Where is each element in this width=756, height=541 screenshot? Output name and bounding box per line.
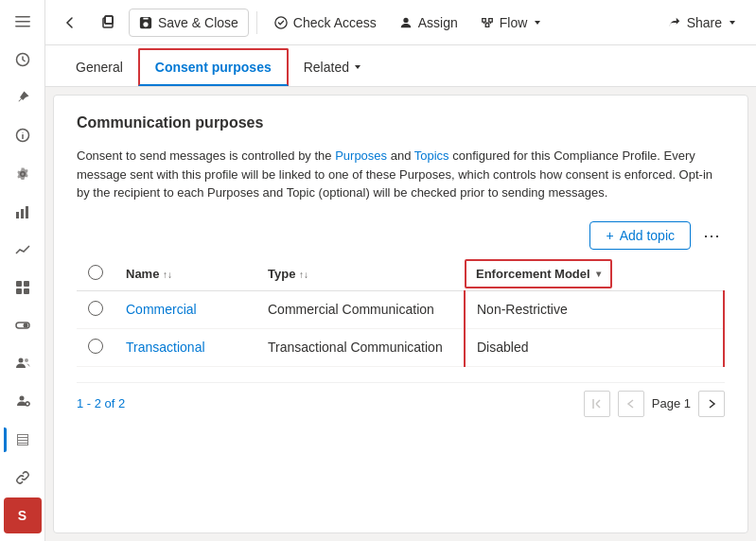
- svg-rect-0: [15, 16, 30, 18]
- transactional-link[interactable]: Transactional: [126, 340, 205, 355]
- more-options-button[interactable]: ⋯: [698, 222, 725, 249]
- topics-link[interactable]: Topics: [414, 148, 449, 163]
- toggle-icon[interactable]: [4, 307, 42, 343]
- chart-icon[interactable]: [4, 194, 42, 230]
- svg-point-15: [25, 358, 28, 362]
- table-data-icon[interactable]: [4, 422, 42, 458]
- info-icon[interactable]: [4, 117, 42, 153]
- check-access-label: Check Access: [293, 15, 377, 30]
- tab-consent-purposes[interactable]: Consent purposes: [138, 48, 289, 86]
- assign-label: Assign: [418, 15, 458, 30]
- sidebar: S: [0, 0, 45, 541]
- page-prev-button[interactable]: [618, 391, 644, 417]
- save-icon: [139, 16, 152, 29]
- user-avatar[interactable]: S: [4, 497, 42, 533]
- back-icon: [62, 15, 78, 30]
- svg-point-13: [23, 323, 27, 328]
- table-row: Transactional Transactional Communicatio…: [77, 328, 724, 366]
- select-all-radio[interactable]: [88, 265, 103, 280]
- user-settings-icon[interactable]: [4, 383, 42, 419]
- tab-bar: General Consent purposes Related: [45, 45, 756, 87]
- page-number: 1: [684, 396, 691, 410]
- link-icon[interactable]: [4, 460, 42, 496]
- assign-button[interactable]: Assign: [390, 9, 467, 36]
- share-label: Share: [687, 15, 722, 30]
- next-icon: [705, 397, 718, 410]
- svg-rect-10: [16, 288, 22, 294]
- check-access-icon: [274, 16, 288, 29]
- section-description: Consent to send messages is controlled b…: [77, 147, 725, 202]
- users-icon[interactable]: [4, 345, 42, 381]
- restore-icon: [100, 15, 115, 30]
- assign-icon: [399, 16, 413, 29]
- type-sort-icon: ↑↓: [299, 270, 308, 280]
- analytics-icon[interactable]: [4, 232, 42, 268]
- flow-button[interactable]: Flow: [471, 9, 553, 36]
- svg-point-22: [403, 17, 408, 22]
- enforcement-label: Enforcement Model: [476, 267, 590, 281]
- check-access-button[interactable]: Check Access: [265, 9, 386, 36]
- save-close-button[interactable]: Save & Close: [129, 9, 249, 37]
- name-sort-icon: ↑↓: [163, 270, 172, 280]
- clock-icon[interactable]: [4, 42, 42, 78]
- svg-rect-19: [105, 16, 113, 24]
- section-title: Communication purposes: [77, 114, 725, 131]
- add-topic-row: + Add topic ⋯: [77, 221, 725, 250]
- commercial-link[interactable]: Commercial: [126, 302, 197, 317]
- flow-icon: [481, 16, 494, 29]
- pin-icon[interactable]: [4, 79, 42, 115]
- col-header-enforcement[interactable]: Enforcement Model ▾: [465, 257, 724, 291]
- row-name-2[interactable]: Transactional: [114, 328, 256, 366]
- svg-rect-6: [21, 209, 24, 218]
- row-radio-2[interactable]: [88, 339, 103, 354]
- page-first-button[interactable]: [584, 391, 610, 417]
- ellipsis-icon: ⋯: [703, 225, 720, 246]
- add-topic-label: Add topic: [620, 228, 675, 243]
- share-button[interactable]: Share: [657, 9, 748, 36]
- settings-icon[interactable]: [4, 156, 42, 192]
- plus-icon: +: [606, 228, 613, 243]
- row-name-1[interactable]: Commercial: [114, 290, 256, 328]
- svg-rect-11: [24, 288, 29, 294]
- menu-icon[interactable]: [4, 4, 42, 40]
- col-header-type[interactable]: Type ↑↓: [256, 257, 465, 291]
- toolbar: Save & Close Check Access Assign Flow: [45, 0, 756, 45]
- related-dropdown-icon: [353, 62, 362, 72]
- row-enforcement-1: Non-Restrictive: [465, 290, 724, 328]
- tab-related[interactable]: Related: [289, 50, 378, 86]
- save-close-label: Save & Close: [158, 15, 238, 30]
- svg-rect-1: [15, 21, 30, 23]
- share-icon: [668, 16, 681, 29]
- table-row: Commercial Commercial Communication Non-…: [77, 290, 724, 328]
- svg-rect-5: [16, 212, 19, 218]
- row-select-2[interactable]: [77, 328, 114, 366]
- svg-rect-8: [16, 281, 22, 287]
- row-radio-1[interactable]: [88, 301, 103, 316]
- svg-rect-9: [24, 281, 29, 287]
- svg-rect-2: [15, 26, 30, 27]
- page-next-button[interactable]: [698, 391, 725, 417]
- prev-icon: [624, 397, 638, 410]
- tab-general[interactable]: General: [61, 50, 138, 86]
- page-controls: Page 1: [584, 391, 725, 417]
- enforcement-sort-icon: ▾: [596, 269, 601, 279]
- purposes-link[interactable]: Purposes: [335, 148, 387, 163]
- row-type-1: Commercial Communication: [256, 290, 465, 328]
- add-topic-button[interactable]: + Add topic: [589, 221, 691, 250]
- main-content: Save & Close Check Access Assign Flow: [45, 0, 756, 541]
- content-area: Communication purposes Consent to send m…: [53, 95, 748, 533]
- svg-point-16: [19, 396, 24, 401]
- restore-button[interactable]: [91, 9, 125, 36]
- pagination-info: 1 - 2 of 2: [77, 396, 125, 410]
- svg-rect-7: [26, 206, 28, 218]
- pagination: 1 - 2 of 2 Page 1: [77, 382, 725, 417]
- row-enforcement-2: Disabled: [465, 328, 724, 366]
- flow-dropdown-icon: [533, 18, 542, 27]
- first-icon: [590, 397, 604, 410]
- svg-point-17: [26, 402, 29, 406]
- col-header-name[interactable]: Name ↑↓: [114, 257, 256, 291]
- grid-icon[interactable]: [4, 270, 42, 305]
- row-type-2: Transactional Communication: [256, 328, 465, 366]
- back-button[interactable]: [53, 9, 87, 36]
- row-select-1[interactable]: [77, 290, 114, 328]
